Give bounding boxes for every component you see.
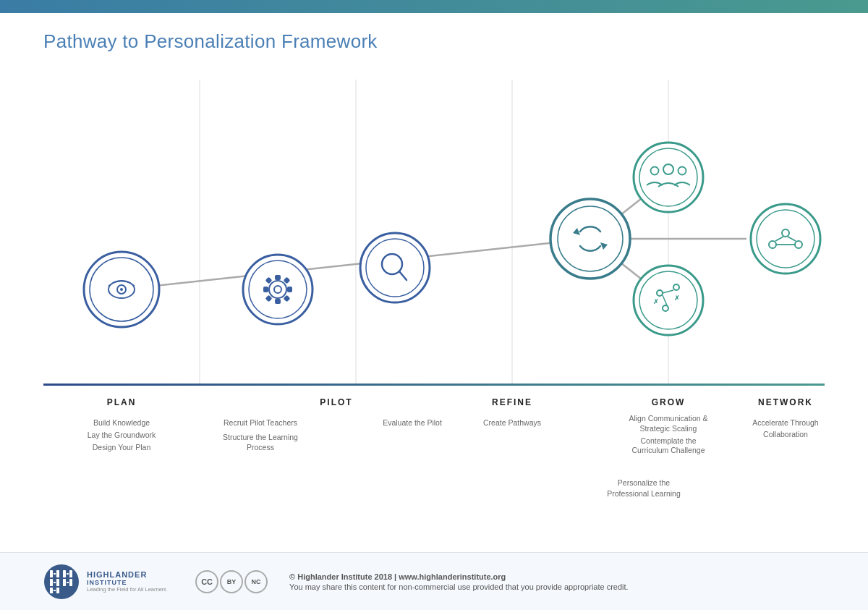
footer-logo-text: HIGHLANDER INSTITUTE Leading the Field f… xyxy=(87,570,166,593)
svg-rect-79 xyxy=(50,579,53,586)
nc-icon: NC xyxy=(244,570,268,593)
svg-rect-76 xyxy=(50,570,53,577)
svg-rect-81 xyxy=(56,579,59,586)
svg-rect-87 xyxy=(69,570,72,577)
framework-diagram: ✗ ✗ PLAN PILOT REFINE GROW NETWORK Build… xyxy=(43,80,825,463)
footer: HIGHLANDER INSTITUTE Leading the Field f… xyxy=(0,552,868,610)
svg-text:GROW: GROW xyxy=(652,397,686,407)
svg-text:REFINE: REFINE xyxy=(492,397,532,407)
svg-rect-89 xyxy=(67,582,69,583)
svg-rect-88 xyxy=(63,579,66,586)
svg-text:Collaboration: Collaboration xyxy=(763,430,808,439)
svg-text:Align Communication &: Align Communication & xyxy=(629,414,707,423)
svg-text:Create Pathways: Create Pathways xyxy=(483,418,541,427)
footer-copyright: © Highlander Institute 2018 | www.highla… xyxy=(289,572,629,591)
svg-text:Accelerate Through: Accelerate Through xyxy=(752,418,819,427)
svg-rect-21 xyxy=(287,287,292,292)
svg-text:Design Your Plan: Design Your Plan xyxy=(93,443,151,452)
svg-text:Curriculum Challenge: Curriculum Challenge xyxy=(632,446,705,454)
svg-point-13 xyxy=(120,288,123,291)
svg-text:Lay the Groundwork: Lay the Groundwork xyxy=(88,431,156,439)
svg-text:PLAN: PLAN xyxy=(107,397,137,407)
svg-point-75 xyxy=(44,564,79,599)
svg-text:NETWORK: NETWORK xyxy=(758,397,813,407)
svg-rect-90 xyxy=(69,579,72,586)
svg-text:Contemplate the: Contemplate the xyxy=(640,436,696,445)
cc-icon: CC xyxy=(195,570,218,593)
svg-rect-20 xyxy=(263,287,268,292)
cc-license: CC BY NC xyxy=(195,570,268,593)
svg-rect-86 xyxy=(67,573,69,575)
svg-text:Strategic Scaling: Strategic Scaling xyxy=(640,424,697,433)
top-bar xyxy=(0,0,868,13)
svg-text:Evaluate the Pilot: Evaluate the Pilot xyxy=(383,418,442,427)
highlander-logo-icon xyxy=(43,564,80,600)
svg-text:✗: ✗ xyxy=(653,298,659,305)
svg-text:Build Knowledge: Build Knowledge xyxy=(93,418,150,427)
svg-point-15 xyxy=(249,260,307,318)
svg-rect-82 xyxy=(50,588,53,593)
svg-rect-77 xyxy=(54,573,56,575)
svg-rect-18 xyxy=(275,275,281,280)
svg-rect-19 xyxy=(275,299,281,304)
svg-rect-84 xyxy=(56,588,59,593)
svg-text:✗: ✗ xyxy=(674,295,680,302)
svg-text:Process: Process xyxy=(247,443,274,452)
svg-rect-4 xyxy=(43,384,825,386)
svg-point-31 xyxy=(558,206,623,271)
grow-action-3: Personalize theProfessional Learning xyxy=(579,478,709,499)
svg-point-27 xyxy=(366,239,424,297)
svg-text:Structure the Learning: Structure the Learning xyxy=(223,433,298,441)
svg-text:Recruit Pilot Teachers: Recruit Pilot Teachers xyxy=(224,418,297,427)
svg-point-49 xyxy=(757,210,814,268)
svg-rect-83 xyxy=(54,590,56,591)
svg-point-35 xyxy=(639,148,697,206)
svg-rect-78 xyxy=(56,570,59,577)
svg-text:PILOT: PILOT xyxy=(320,397,352,407)
by-icon: BY xyxy=(220,570,243,593)
svg-point-40 xyxy=(639,271,697,329)
footer-logo: HIGHLANDER INSTITUTE Leading the Field f… xyxy=(43,564,166,600)
svg-rect-85 xyxy=(63,570,66,577)
page-title: Pathway to Personalization Framework xyxy=(43,30,378,53)
svg-rect-80 xyxy=(54,582,56,583)
